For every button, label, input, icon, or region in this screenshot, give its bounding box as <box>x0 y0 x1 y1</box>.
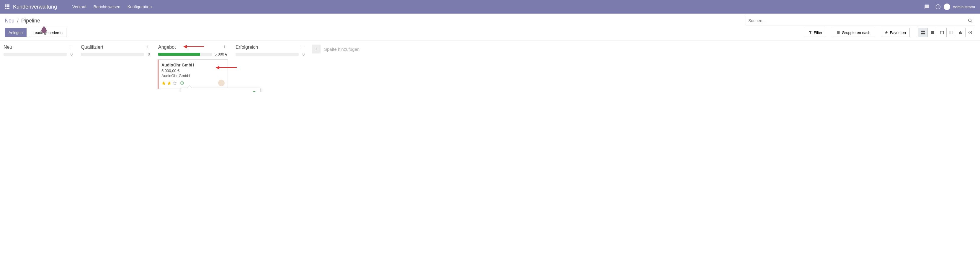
svg-rect-7 <box>6 8 8 9</box>
svg-rect-10 <box>921 31 923 32</box>
kanban-column-neu: Neu + 0 <box>2 43 74 59</box>
breadcrumb-sep: / <box>17 18 19 24</box>
view-activity[interactable] <box>966 28 975 37</box>
filter-label: Filter <box>814 30 822 35</box>
add-column-icon[interactable]: + <box>312 45 321 54</box>
column-title[interactable]: Erfolgreich <box>235 45 299 50</box>
svg-rect-4 <box>6 6 8 7</box>
column-title[interactable]: Qualifiziert <box>81 45 144 50</box>
star-icon[interactable] <box>173 81 177 85</box>
svg-rect-14 <box>940 31 943 34</box>
search-box[interactable] <box>746 16 975 25</box>
svg-rect-8 <box>8 8 10 9</box>
assignee-avatar[interactable] <box>218 80 224 86</box>
column-amount: 5.000 € <box>215 52 227 56</box>
drop-indicator-icon <box>41 26 47 33</box>
star-icon <box>885 31 888 34</box>
column-progress-bar <box>3 53 67 56</box>
generate-leads-button[interactable]: Leads generieren <box>29 28 67 37</box>
column-progress-bar <box>158 53 212 56</box>
favorites-label: Favoriten <box>890 30 906 35</box>
svg-rect-6 <box>5 8 6 9</box>
card-company: AudioOhr GmbH <box>161 73 224 78</box>
search-input[interactable] <box>748 18 968 23</box>
column-add-icon[interactable]: + <box>222 44 227 50</box>
column-add-icon[interactable]: + <box>144 44 150 50</box>
svg-rect-1 <box>6 5 8 6</box>
view-calendar[interactable] <box>937 28 947 37</box>
column-title[interactable]: Angebot <box>158 45 222 50</box>
chat-icon[interactable] <box>924 4 929 10</box>
callout-arrow-icon <box>184 46 204 47</box>
popover-badge: 1 <box>251 91 257 92</box>
funnel-icon <box>808 31 812 34</box>
svg-rect-13 <box>923 33 924 34</box>
menu-verkauf[interactable]: Verkauf <box>69 5 90 9</box>
kanban-column-erfolgreich: Erfolgreich + 0 <box>234 43 306 59</box>
column-add-icon[interactable]: + <box>67 44 73 50</box>
apps-icon[interactable] <box>5 5 10 9</box>
menu-konfiguration[interactable]: Konfiguration <box>124 5 156 9</box>
activity-popover: Planned 1 Wegen Angebot nachfragen <box>181 88 261 92</box>
svg-rect-2 <box>8 5 10 6</box>
kanban-card[interactable]: AudioOhr GmbH 5.000,00 € AudioOhr GmbH P… <box>158 59 228 89</box>
column-count: 0 <box>146 52 150 56</box>
column-add-icon[interactable]: + <box>299 44 305 50</box>
column-progress-bar <box>81 53 144 56</box>
card-title: AudioOhr GmbH <box>161 63 224 67</box>
group-by-button[interactable]: Gruppieren nach <box>833 28 874 37</box>
kanban-column-qualifiziert: Qualifiziert + 0 <box>80 43 151 59</box>
control-bar: Neu / Pipeline <box>0 14 980 27</box>
app-title: Kundenverwaltung <box>13 4 57 10</box>
search-icon[interactable] <box>968 18 973 23</box>
column-title[interactable]: Neu <box>3 45 67 50</box>
view-graph[interactable] <box>956 28 966 37</box>
kanban-column-angebot: Angebot + 5.000 € AudioOhr GmbH 5.000,00… <box>157 43 229 89</box>
star-icon[interactable] <box>161 81 166 85</box>
svg-rect-3 <box>5 6 6 7</box>
favorites-button[interactable]: Favoriten <box>881 28 910 37</box>
menu-berichtswesen[interactable]: Berichtswesen <box>90 5 124 9</box>
user-name: Administrator <box>953 5 975 9</box>
column-progress-bar <box>235 53 299 56</box>
star-icon[interactable] <box>167 81 172 85</box>
svg-rect-12 <box>921 33 923 34</box>
create-button[interactable]: Anlegen <box>5 28 27 37</box>
view-kanban[interactable] <box>918 28 928 37</box>
user-menu[interactable]: Administrator <box>944 3 975 10</box>
svg-rect-15 <box>950 31 953 34</box>
top-nav: Kundenverwaltung Verkauf Berichtswesen K… <box>0 0 980 14</box>
button-bar: Anlegen Leads generieren Filter Gruppier… <box>0 27 980 40</box>
view-list[interactable] <box>928 28 937 37</box>
breadcrumb-current: Pipeline <box>21 18 40 24</box>
column-count: 0 <box>301 52 305 56</box>
svg-rect-0 <box>5 5 6 6</box>
callout-arrow-icon <box>216 67 237 68</box>
filter-button[interactable]: Filter <box>805 28 826 37</box>
activity-clock-icon[interactable] <box>180 81 184 85</box>
clock-icon[interactable] <box>935 4 941 10</box>
add-column-label: Spalte hinzufügen <box>324 47 360 52</box>
card-amount: 5.000,00 € <box>161 68 224 73</box>
list-icon <box>837 31 840 34</box>
svg-rect-5 <box>8 6 10 7</box>
kanban-board: Neu + 0 Qualifiziert + 0 Angebot + 5.0 <box>0 40 980 92</box>
svg-rect-11 <box>923 31 924 32</box>
column-count: 0 <box>69 52 73 56</box>
avatar <box>944 3 950 10</box>
breadcrumb-parent[interactable]: Neu <box>5 18 14 24</box>
breadcrumb: Neu / Pipeline <box>5 18 40 24</box>
group-by-label: Gruppieren nach <box>842 30 870 35</box>
view-switcher <box>918 28 975 37</box>
view-pivot[interactable] <box>947 28 956 37</box>
add-column[interactable]: + Spalte hinzufügen <box>312 43 360 54</box>
